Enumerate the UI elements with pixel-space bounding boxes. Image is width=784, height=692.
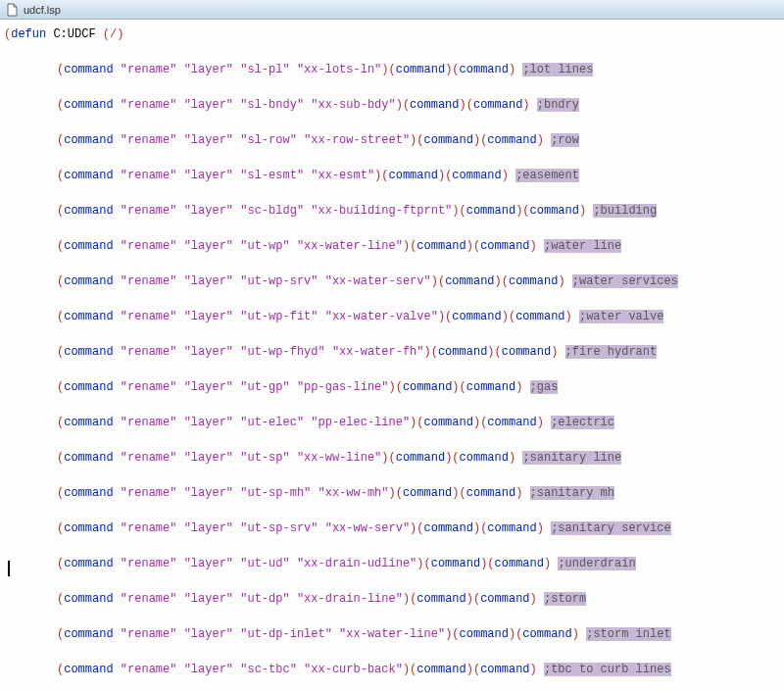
command-line: (command "rename" "layer" "ut-elec" "pp-… xyxy=(4,414,780,431)
titlebar-text: udcf.lsp xyxy=(24,4,61,16)
comment: ;storm xyxy=(544,592,586,606)
command-line: (command "rename" "layer" "sl-esmt" "xx-… xyxy=(4,167,780,184)
comment: ;sanitary line xyxy=(522,451,621,465)
command-line: (command "rename" "layer" "ut-sp" "xx-ww… xyxy=(4,449,780,467)
command-line: (command "rename" "layer" "sl-row" "xx-r… xyxy=(4,131,780,149)
text-cursor xyxy=(8,561,10,576)
command-line: (command "rename" "layer" "ut-dp" "xx-dr… xyxy=(4,590,780,608)
comment: ;electric xyxy=(551,416,614,429)
command-line: (command "rename" "layer" "ut-gp" "pp-ga… xyxy=(4,378,780,396)
comment: ;water line xyxy=(544,239,621,253)
command-line: (command "rename" "layer" "ut-ud" "xx-dr… xyxy=(4,555,780,572)
comment: ;storm inlet xyxy=(586,627,670,641)
comment: ;bndry xyxy=(537,98,579,112)
command-line: (command "rename" "layer" "ut-wp-fhyd" "… xyxy=(4,343,780,361)
comment: ;row xyxy=(551,133,579,147)
comment: ;tbc to curb lines xyxy=(544,663,671,676)
command-line: (command "rename" "layer" "ut-dp-inlet" … xyxy=(4,625,780,643)
command-line: (command "rename" "layer" "ut-wp" "xx-wa… xyxy=(4,237,780,255)
command-line: (command "rename" "layer" "sl-bndy" "xx-… xyxy=(4,96,780,114)
command-line: (command "rename" "layer" "sc-bldg" "xx-… xyxy=(4,202,780,220)
comment: ;water valve xyxy=(579,310,663,323)
command-line: (command "rename" "layer" "ut-wp-fit" "x… xyxy=(4,308,780,325)
comment: ;underdrain xyxy=(558,557,635,570)
comment: ;easement xyxy=(515,169,579,182)
comment: ;sanitary service xyxy=(551,521,670,535)
command-line: (command "rename" "layer" "sl-pl" "xx-lo… xyxy=(4,61,780,78)
command-line: (command "rename" "layer" "ut-sp-srv" "x… xyxy=(4,519,780,537)
command-line: (command "rename" "layer" "ut-sp-mh" "xx… xyxy=(4,484,780,502)
file-icon xyxy=(6,3,20,17)
comment: ;gas xyxy=(530,380,559,394)
comment: ;fire hydrant xyxy=(565,345,658,359)
command-line: (command "rename" "layer" "ut-wp-srv" "x… xyxy=(4,272,780,290)
defun-line: (defun C:UDCF (/) xyxy=(4,25,780,43)
comment: ;lot lines xyxy=(522,63,593,76)
command-line: (command "rename" "layer" "sc-tbc" "xx-c… xyxy=(4,661,780,678)
code-editor[interactable]: (defun C:UDCF (/) (command "rename" "lay… xyxy=(0,20,784,692)
comment: ;sanitary mh xyxy=(530,486,614,500)
comment: ;water services xyxy=(572,274,678,288)
titlebar: udcf.lsp xyxy=(0,0,784,20)
comment: ;building xyxy=(593,204,657,218)
